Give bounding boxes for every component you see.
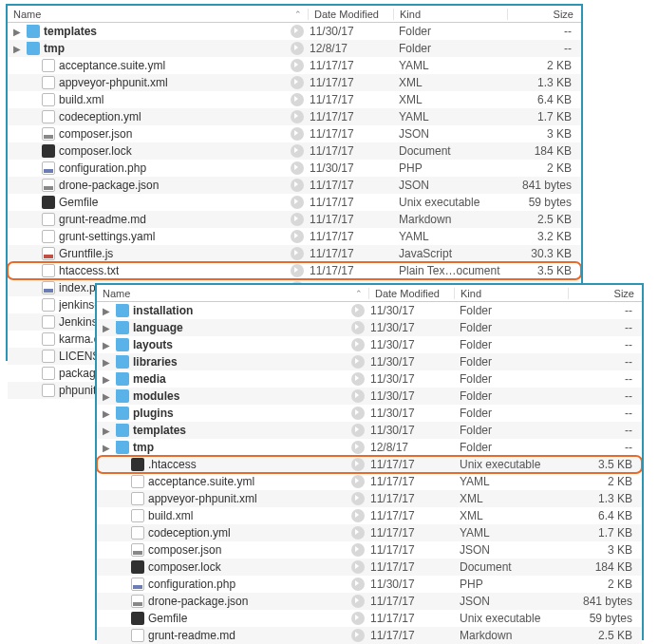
go-arrow-icon[interactable]: [291, 213, 304, 226]
go-arrow-icon[interactable]: [351, 407, 365, 420]
go-arrow-icon[interactable]: [291, 127, 304, 141]
go-arrow-icon[interactable]: [291, 59, 304, 72]
header-name[interactable]: Name ⌃: [97, 288, 368, 299]
file-row[interactable]: ▶drone-package.json11/17/17JSON841 bytes: [8, 177, 581, 194]
go-arrow-icon[interactable]: [351, 526, 365, 540]
go-arrow-icon[interactable]: [351, 389, 365, 403]
file-row[interactable]: ▶templates11/30/17Folder--: [8, 23, 581, 40]
header-date[interactable]: Date Modified: [308, 9, 393, 20]
go-arrow-icon[interactable]: [351, 492, 365, 505]
file-row[interactable]: ▶htaccess.txt11/17/17Plain Tex…ocument3.…: [8, 262, 581, 279]
json-icon: [131, 543, 144, 557]
file-row[interactable]: ▶grunt-readme.md11/17/17Markdown2.5 KB: [8, 211, 581, 228]
go-arrow-icon[interactable]: [291, 93, 304, 106]
file-row[interactable]: ▶configuration.php11/30/17PHP2 KB: [8, 160, 581, 177]
go-arrow-icon[interactable]: [291, 196, 304, 209]
file-row[interactable]: ▶build.xml11/17/17XML6.4 KB: [97, 507, 642, 524]
go-arrow-icon[interactable]: [351, 441, 365, 454]
disclosure-triangle-icon[interactable]: ▶: [101, 323, 112, 333]
go-arrow-icon[interactable]: [291, 76, 304, 89]
go-arrow-icon[interactable]: [351, 372, 365, 386]
file-row[interactable]: ▶language11/30/17Folder--: [97, 319, 642, 336]
php-icon: [131, 578, 144, 591]
go-arrow-icon[interactable]: [351, 338, 365, 351]
file-row[interactable]: ▶codeception.yml11/17/17YAML1.7 KB: [97, 524, 642, 541]
go-arrow-icon[interactable]: [291, 230, 304, 243]
file-row[interactable]: ▶grunt-settings.yaml11/17/17YAML3.2 KB: [8, 228, 581, 245]
go-arrow-icon[interactable]: [351, 304, 365, 317]
go-arrow-icon[interactable]: [351, 595, 365, 608]
file-name-label: htaccess.txt: [59, 264, 119, 277]
file-row[interactable]: ▶acceptance.suite.yml11/17/17YAML2 KB: [8, 57, 581, 74]
file-row[interactable]: ▶Gemfile11/17/17Unix executable59 bytes: [97, 610, 642, 627]
header-size[interactable]: Size: [507, 9, 581, 20]
file-row[interactable]: ▶templates11/30/17Folder--: [97, 422, 642, 439]
file-row[interactable]: ▶tmp12/8/17Folder--: [97, 439, 642, 456]
file-row[interactable]: ▶Gemfile11/17/17Unix executable59 bytes: [8, 194, 581, 211]
header-name[interactable]: Name ⌃: [8, 9, 308, 20]
file-row[interactable]: ▶modules11/30/17Folder--: [97, 388, 642, 405]
go-arrow-icon[interactable]: [351, 458, 365, 471]
kind-cell: YAML: [393, 110, 507, 123]
go-arrow-icon[interactable]: [291, 247, 304, 260]
go-arrow-icon[interactable]: [351, 321, 365, 334]
file-row[interactable]: ▶layouts11/30/17Folder--: [97, 336, 642, 353]
go-arrow-icon[interactable]: [291, 161, 304, 175]
go-arrow-icon[interactable]: [351, 424, 365, 437]
disclosure-triangle-icon[interactable]: ▶: [101, 306, 112, 316]
go-arrow-icon[interactable]: [291, 110, 304, 123]
file-row[interactable]: ▶.htaccess11/17/17Unix executable3.5 KB: [97, 456, 642, 473]
file-row[interactable]: ▶drone-package.json11/17/17JSON841 bytes: [97, 593, 642, 610]
size-cell: --: [568, 338, 642, 351]
file-row[interactable]: ▶configuration.php11/30/17PHP2 KB: [97, 576, 642, 593]
file-row[interactable]: ▶build.xml11/17/17XML6.4 KB: [8, 91, 581, 108]
header-kind[interactable]: Kind: [393, 9, 507, 20]
file-row[interactable]: ▶appveyor-phpunit.xml11/17/17XML1.3 KB: [97, 490, 642, 507]
file-row[interactable]: ▶appveyor-phpunit.xml11/17/17XML1.3 KB: [8, 74, 581, 91]
go-arrow-icon[interactable]: [291, 42, 304, 55]
file-name-label: grunt-readme.md: [148, 629, 235, 642]
file-row[interactable]: ▶composer.json11/17/17JSON3 KB: [97, 541, 642, 559]
disclosure-triangle-icon[interactable]: ▶: [101, 340, 112, 350]
disclosure-triangle-icon[interactable]: ▶: [101, 426, 112, 436]
file-icon: [42, 213, 55, 226]
file-row[interactable]: ▶tmp12/8/17Folder--: [8, 40, 581, 57]
go-arrow-icon[interactable]: [351, 543, 365, 557]
file-row[interactable]: ▶codeception.yml11/17/17YAML1.7 KB: [8, 108, 581, 125]
disclosure-triangle-icon[interactable]: ▶: [101, 374, 112, 385]
kind-cell: Folder: [393, 42, 507, 55]
header-size[interactable]: Size: [568, 288, 642, 299]
go-arrow-icon[interactable]: [291, 179, 304, 192]
disclosure-triangle-icon[interactable]: ▶: [101, 357, 112, 368]
go-arrow-icon[interactable]: [351, 355, 365, 369]
file-row[interactable]: ▶plugins11/30/17Folder--: [97, 405, 642, 422]
disclosure-triangle-icon[interactable]: ▶: [101, 391, 112, 402]
go-arrow-icon[interactable]: [291, 25, 304, 38]
file-row[interactable]: ▶media11/30/17Folder--: [97, 370, 642, 388]
go-arrow-icon[interactable]: [351, 560, 365, 574]
header-kind[interactable]: Kind: [454, 288, 568, 299]
file-row[interactable]: ▶composer.lock11/17/17Document184 KB: [97, 559, 642, 576]
go-arrow-icon[interactable]: [351, 612, 365, 625]
file-row[interactable]: ▶composer.json11/17/17JSON3 KB: [8, 125, 581, 142]
kind-cell: Folder: [454, 338, 568, 351]
go-arrow-icon[interactable]: [351, 475, 365, 488]
disclosure-triangle-icon[interactable]: ▶: [11, 44, 23, 54]
go-arrow-icon[interactable]: [351, 578, 365, 591]
size-cell: 1.7 KB: [568, 526, 642, 540]
file-row[interactable]: ▶Gruntfile.js11/17/17JavaScript30.3 KB: [8, 245, 581, 262]
file-row[interactable]: ▶installation11/30/17Folder--: [97, 302, 642, 319]
go-arrow-icon[interactable]: [351, 629, 365, 642]
header-date[interactable]: Date Modified: [368, 288, 454, 299]
folder-icon: [116, 389, 129, 403]
go-arrow-icon[interactable]: [291, 144, 304, 158]
disclosure-triangle-icon[interactable]: ▶: [11, 27, 23, 37]
go-arrow-icon[interactable]: [291, 264, 304, 277]
file-row[interactable]: ▶acceptance.suite.yml11/17/17YAML2 KB: [97, 473, 642, 490]
disclosure-triangle-icon[interactable]: ▶: [101, 443, 112, 453]
disclosure-triangle-icon[interactable]: ▶: [101, 408, 112, 419]
file-row[interactable]: ▶libraries11/30/17Folder--: [97, 353, 642, 370]
go-arrow-icon[interactable]: [351, 509, 365, 522]
file-row[interactable]: ▶composer.lock11/17/17Document184 KB: [8, 142, 581, 160]
file-row[interactable]: ▶grunt-readme.md11/17/17Markdown2.5 KB: [97, 627, 642, 644]
